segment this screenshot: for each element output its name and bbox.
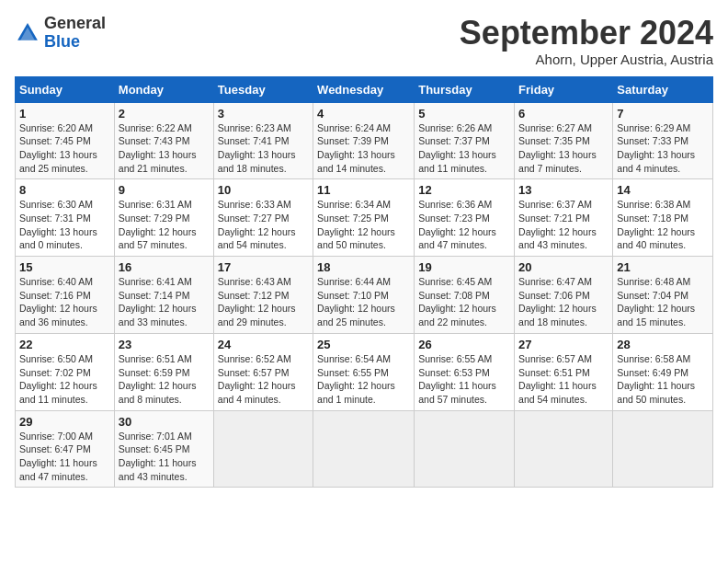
day-number: 27 bbox=[518, 338, 609, 351]
day-cell: 1Sunrise: 6:20 AM Sunset: 7:45 PM Daylig… bbox=[16, 102, 115, 179]
day-number: 12 bbox=[418, 183, 510, 197]
day-cell: 9Sunrise: 6:31 AM Sunset: 7:29 PM Daylig… bbox=[114, 179, 213, 257]
day-info: Sunrise: 6:52 AM Sunset: 6:57 PM Dayligh… bbox=[218, 352, 309, 407]
day-number: 4 bbox=[317, 107, 410, 121]
week-row-5: 29Sunrise: 7:00 AM Sunset: 6:47 PM Dayli… bbox=[16, 410, 713, 488]
day-info: Sunrise: 6:20 AM Sunset: 7:45 PM Dayligh… bbox=[19, 121, 110, 176]
day-info: Sunrise: 6:26 AM Sunset: 7:37 PM Dayligh… bbox=[418, 121, 510, 176]
day-number: 21 bbox=[617, 260, 709, 274]
day-number: 10 bbox=[218, 183, 309, 197]
day-cell: 13Sunrise: 6:37 AM Sunset: 7:21 PM Dayli… bbox=[515, 179, 613, 257]
day-number: 15 bbox=[19, 260, 110, 274]
day-info: Sunrise: 6:58 AM Sunset: 6:49 PM Dayligh… bbox=[617, 352, 709, 407]
week-row-4: 22Sunrise: 6:50 AM Sunset: 7:02 PM Dayli… bbox=[16, 333, 713, 410]
logo-blue: Blue bbox=[44, 32, 80, 51]
day-cell bbox=[515, 410, 613, 488]
day-number: 3 bbox=[218, 107, 309, 121]
day-number: 19 bbox=[418, 260, 510, 274]
day-number: 1 bbox=[19, 107, 110, 121]
day-cell: 18Sunrise: 6:44 AM Sunset: 7:10 PM Dayli… bbox=[313, 257, 415, 334]
day-info: Sunrise: 7:00 AM Sunset: 6:47 PM Dayligh… bbox=[19, 430, 110, 484]
day-info: Sunrise: 6:47 AM Sunset: 7:06 PM Dayligh… bbox=[518, 275, 609, 329]
day-info: Sunrise: 6:31 AM Sunset: 7:29 PM Dayligh… bbox=[119, 198, 210, 252]
logo-icon bbox=[15, 20, 40, 46]
logo: General Blue bbox=[15, 15, 106, 52]
col-header-sunday: Sunday bbox=[16, 76, 115, 102]
day-info: Sunrise: 6:45 AM Sunset: 7:08 PM Dayligh… bbox=[418, 275, 510, 329]
day-info: Sunrise: 6:33 AM Sunset: 7:27 PM Dayligh… bbox=[218, 198, 309, 252]
day-number: 30 bbox=[119, 415, 210, 429]
day-cell: 12Sunrise: 6:36 AM Sunset: 7:23 PM Dayli… bbox=[415, 179, 515, 257]
day-info: Sunrise: 6:23 AM Sunset: 7:41 PM Dayligh… bbox=[218, 121, 309, 176]
day-cell: 14Sunrise: 6:38 AM Sunset: 7:18 PM Dayli… bbox=[613, 179, 713, 257]
day-info: Sunrise: 6:41 AM Sunset: 7:14 PM Dayligh… bbox=[119, 275, 210, 329]
day-info: Sunrise: 6:51 AM Sunset: 6:59 PM Dayligh… bbox=[119, 352, 210, 407]
day-cell: 26Sunrise: 6:55 AM Sunset: 6:53 PM Dayli… bbox=[415, 333, 515, 410]
day-number: 26 bbox=[418, 338, 510, 351]
day-number: 17 bbox=[218, 260, 309, 274]
day-cell: 29Sunrise: 7:00 AM Sunset: 6:47 PM Dayli… bbox=[16, 410, 115, 488]
day-cell: 2Sunrise: 6:22 AM Sunset: 7:43 PM Daylig… bbox=[114, 102, 213, 179]
day-number: 5 bbox=[418, 107, 510, 121]
col-header-tuesday: Tuesday bbox=[213, 76, 313, 102]
day-info: Sunrise: 6:34 AM Sunset: 7:25 PM Dayligh… bbox=[317, 198, 410, 252]
day-cell: 22Sunrise: 6:50 AM Sunset: 7:02 PM Dayli… bbox=[16, 333, 115, 410]
day-info: Sunrise: 6:40 AM Sunset: 7:16 PM Dayligh… bbox=[19, 275, 110, 329]
day-number: 20 bbox=[518, 260, 609, 274]
day-cell: 16Sunrise: 6:41 AM Sunset: 7:14 PM Dayli… bbox=[114, 257, 213, 334]
day-info: Sunrise: 6:50 AM Sunset: 7:02 PM Dayligh… bbox=[19, 352, 110, 407]
day-cell: 3Sunrise: 6:23 AM Sunset: 7:41 PM Daylig… bbox=[213, 102, 313, 179]
day-info: Sunrise: 6:29 AM Sunset: 7:33 PM Dayligh… bbox=[617, 121, 709, 176]
day-number: 22 bbox=[19, 338, 110, 351]
title-block: September 2024 Ahorn, Upper Austria, Aus… bbox=[460, 15, 713, 67]
logo-text: General Blue bbox=[44, 15, 106, 52]
day-cell: 10Sunrise: 6:33 AM Sunset: 7:27 PM Dayli… bbox=[213, 179, 313, 257]
day-number: 28 bbox=[617, 338, 709, 351]
col-header-friday: Friday bbox=[515, 76, 613, 102]
day-cell: 27Sunrise: 6:57 AM Sunset: 6:51 PM Dayli… bbox=[515, 333, 613, 410]
day-info: Sunrise: 6:24 AM Sunset: 7:39 PM Dayligh… bbox=[317, 121, 410, 176]
day-cell: 8Sunrise: 6:30 AM Sunset: 7:31 PM Daylig… bbox=[16, 179, 115, 257]
day-number: 6 bbox=[518, 107, 609, 121]
day-cell: 19Sunrise: 6:45 AM Sunset: 7:08 PM Dayli… bbox=[415, 257, 515, 334]
day-number: 14 bbox=[617, 183, 709, 197]
day-number: 18 bbox=[317, 260, 410, 274]
day-number: 24 bbox=[218, 338, 309, 351]
calendar-table: SundayMondayTuesdayWednesdayThursdayFrid… bbox=[15, 76, 713, 488]
day-number: 13 bbox=[518, 183, 609, 197]
day-cell: 6Sunrise: 6:27 AM Sunset: 7:35 PM Daylig… bbox=[515, 102, 613, 179]
day-cell bbox=[313, 410, 415, 488]
day-cell: 25Sunrise: 6:54 AM Sunset: 6:55 PM Dayli… bbox=[313, 333, 415, 410]
day-number: 7 bbox=[617, 107, 709, 121]
column-header-row: SundayMondayTuesdayWednesdayThursdayFrid… bbox=[16, 76, 713, 102]
day-cell: 28Sunrise: 6:58 AM Sunset: 6:49 PM Dayli… bbox=[613, 333, 713, 410]
day-info: Sunrise: 6:43 AM Sunset: 7:12 PM Dayligh… bbox=[218, 275, 309, 329]
col-header-thursday: Thursday bbox=[415, 76, 515, 102]
header: General Blue September 2024 Ahorn, Upper… bbox=[15, 15, 713, 67]
day-cell: 23Sunrise: 6:51 AM Sunset: 6:59 PM Dayli… bbox=[114, 333, 213, 410]
day-number: 23 bbox=[119, 338, 210, 351]
col-header-wednesday: Wednesday bbox=[313, 76, 415, 102]
logo-general: General bbox=[44, 14, 106, 32]
day-cell bbox=[213, 410, 313, 488]
day-cell: 7Sunrise: 6:29 AM Sunset: 7:33 PM Daylig… bbox=[613, 102, 713, 179]
day-info: Sunrise: 6:36 AM Sunset: 7:23 PM Dayligh… bbox=[418, 198, 510, 252]
location-subtitle: Ahorn, Upper Austria, Austria bbox=[460, 52, 713, 67]
day-number: 2 bbox=[119, 107, 210, 121]
week-row-2: 8Sunrise: 6:30 AM Sunset: 7:31 PM Daylig… bbox=[16, 179, 713, 257]
day-cell: 30Sunrise: 7:01 AM Sunset: 6:45 PM Dayli… bbox=[114, 410, 213, 488]
day-cell: 24Sunrise: 6:52 AM Sunset: 6:57 PM Dayli… bbox=[213, 333, 313, 410]
day-number: 11 bbox=[317, 183, 410, 197]
day-cell: 15Sunrise: 6:40 AM Sunset: 7:16 PM Dayli… bbox=[16, 257, 115, 334]
week-row-1: 1Sunrise: 6:20 AM Sunset: 7:45 PM Daylig… bbox=[16, 102, 713, 179]
day-cell: 20Sunrise: 6:47 AM Sunset: 7:06 PM Dayli… bbox=[515, 257, 613, 334]
day-number: 25 bbox=[317, 338, 410, 351]
month-title: September 2024 bbox=[460, 15, 713, 52]
day-info: Sunrise: 6:27 AM Sunset: 7:35 PM Dayligh… bbox=[518, 121, 609, 176]
day-info: Sunrise: 6:48 AM Sunset: 7:04 PM Dayligh… bbox=[617, 275, 709, 329]
day-cell: 4Sunrise: 6:24 AM Sunset: 7:39 PM Daylig… bbox=[313, 102, 415, 179]
day-info: Sunrise: 6:44 AM Sunset: 7:10 PM Dayligh… bbox=[317, 275, 410, 329]
day-cell: 21Sunrise: 6:48 AM Sunset: 7:04 PM Dayli… bbox=[613, 257, 713, 334]
day-info: Sunrise: 6:38 AM Sunset: 7:18 PM Dayligh… bbox=[617, 198, 709, 252]
day-cell: 11Sunrise: 6:34 AM Sunset: 7:25 PM Dayli… bbox=[313, 179, 415, 257]
